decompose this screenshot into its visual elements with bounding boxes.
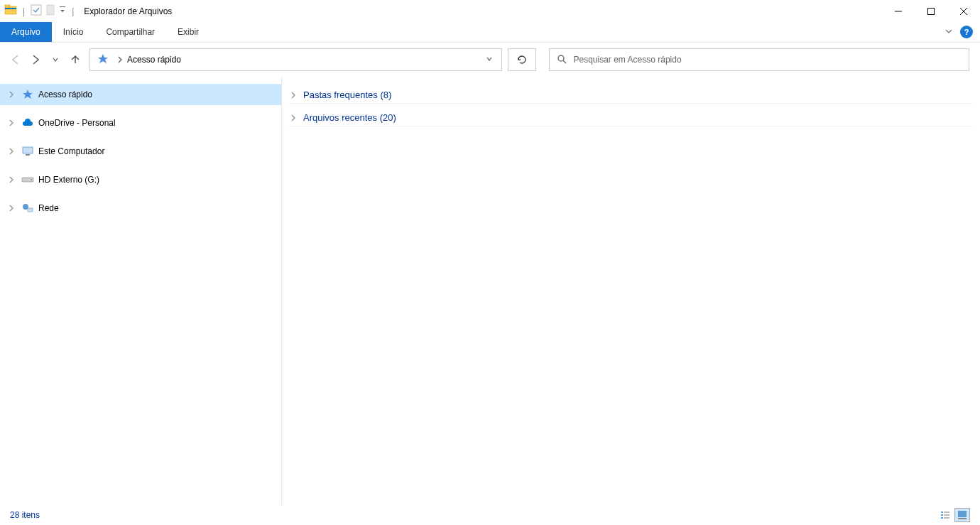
nav-up-button[interactable]	[67, 51, 84, 68]
svg-rect-19	[944, 517, 949, 519]
ribbon-tab-share[interactable]: Compartilhar	[94, 22, 166, 42]
nav-buttons	[7, 51, 84, 68]
app-title: Explorador de Arquivos	[84, 6, 172, 16]
svg-rect-8	[23, 147, 33, 153]
sidebar-item-label: Este Computador	[38, 146, 104, 156]
quickaccess-check-icon[interactable]	[31, 4, 42, 18]
svg-rect-18	[941, 517, 943, 519]
ribbon-tab-home[interactable]: Início	[52, 22, 95, 42]
ribbon-tab-file[interactable]: Arquivo	[0, 22, 52, 42]
status-items-count: 28 itens	[10, 510, 40, 520]
group-recent-files[interactable]: Arquivos recentes (20)	[289, 109, 973, 126]
quickaccess-dropdown-icon[interactable]	[59, 4, 66, 18]
svg-rect-6	[928, 8, 935, 14]
address-bar[interactable]: Acesso rápido	[89, 48, 502, 71]
star-icon	[21, 88, 34, 101]
maximize-button[interactable]	[915, 0, 947, 22]
svg-rect-21	[958, 518, 967, 519]
chevron-right-icon[interactable]	[6, 148, 17, 155]
svg-rect-13	[28, 208, 33, 212]
cloud-icon	[21, 117, 34, 129]
chevron-right-icon[interactable]	[6, 119, 17, 126]
svg-rect-15	[944, 512, 949, 513]
address-dropdown-icon[interactable]	[480, 55, 499, 65]
ribbon-expand-icon[interactable]	[944, 27, 953, 38]
nav-back-button[interactable]	[7, 51, 24, 68]
svg-rect-3	[31, 5, 41, 15]
search-icon	[557, 54, 567, 66]
navbar: Acesso rápido	[0, 43, 980, 77]
sidebar-item-label: Acesso rápido	[38, 90, 92, 99]
svg-rect-14	[941, 512, 943, 513]
main-panel: Pastas frequentes (8) Arquivos recentes …	[282, 77, 980, 505]
svg-rect-16	[941, 514, 943, 516]
search-input[interactable]	[574, 55, 962, 65]
chevron-right-icon[interactable]	[289, 92, 298, 99]
breadcrumb-separator-icon[interactable]	[117, 55, 123, 64]
sidebar-item-label: OneDrive - Personal	[38, 118, 116, 128]
svg-rect-5	[60, 6, 65, 7]
titlebar-left: | | Explorador de Arquivos	[4, 4, 172, 18]
separator: |	[72, 6, 74, 16]
sidebar-item-label: Rede	[38, 203, 59, 213]
svg-point-7	[558, 55, 564, 61]
quickaccess-doc-icon[interactable]	[45, 4, 56, 18]
nav-recent-dropdown[interactable]	[47, 51, 64, 68]
drive-icon	[21, 173, 34, 186]
pc-icon	[21, 145, 34, 158]
svg-point-11	[31, 179, 32, 180]
statusbar: 28 itens	[0, 505, 980, 525]
window-controls	[882, 0, 980, 22]
statusbar-view-switcher	[937, 508, 970, 522]
ribbon-tab-view[interactable]: Exibir	[166, 22, 210, 42]
minimize-button[interactable]	[882, 0, 915, 22]
search-bar[interactable]	[549, 48, 970, 71]
sidebar-item-label: HD Externo (G:)	[38, 175, 99, 185]
svg-rect-4	[47, 5, 54, 15]
chevron-right-icon[interactable]	[6, 176, 17, 183]
group-label: Arquivos recentes (20)	[303, 112, 396, 123]
nav-forward-button[interactable]	[27, 51, 44, 68]
chevron-right-icon[interactable]	[6, 205, 17, 212]
svg-rect-1	[5, 5, 10, 7]
sidebar-item-external-drive[interactable]: HD Externo (G:)	[0, 169, 281, 190]
view-details-button[interactable]	[937, 508, 953, 522]
ribbon-right: ?	[944, 22, 980, 42]
separator: |	[23, 6, 25, 16]
view-thumbnails-button[interactable]	[954, 508, 970, 522]
close-button[interactable]	[947, 0, 980, 22]
sidebar-item-onedrive[interactable]: OneDrive - Personal	[0, 112, 281, 134]
svg-rect-9	[26, 154, 30, 156]
breadcrumb-item[interactable]: Acesso rápido	[127, 55, 181, 65]
sidebar-item-thispc[interactable]: Este Computador	[0, 141, 281, 162]
content: Acesso rápido OneDrive - Personal Este C…	[0, 77, 980, 505]
group-label: Pastas frequentes (8)	[303, 90, 391, 100]
refresh-button[interactable]	[508, 48, 536, 71]
ribbon: Arquivo Início Compartilhar Exibir ?	[0, 22, 980, 43]
chevron-right-icon[interactable]	[289, 114, 298, 121]
svg-rect-17	[944, 514, 949, 516]
sidebar-item-network[interactable]: Rede	[0, 197, 281, 219]
chevron-right-icon[interactable]	[6, 91, 17, 98]
network-icon	[21, 202, 34, 215]
quickaccess-star-icon	[97, 53, 109, 67]
titlebar: | | Explorador de Arquivos	[0, 0, 980, 22]
sidebar-item-quickaccess[interactable]: Acesso rápido	[0, 84, 281, 105]
app-icon	[4, 4, 17, 18]
sidebar: Acesso rápido OneDrive - Personal Este C…	[0, 77, 282, 505]
svg-rect-2	[5, 8, 16, 9]
group-frequent-folders[interactable]: Pastas frequentes (8)	[289, 87, 973, 104]
help-icon[interactable]: ?	[960, 26, 973, 38]
svg-rect-0	[5, 6, 16, 14]
svg-rect-20	[958, 511, 967, 517]
